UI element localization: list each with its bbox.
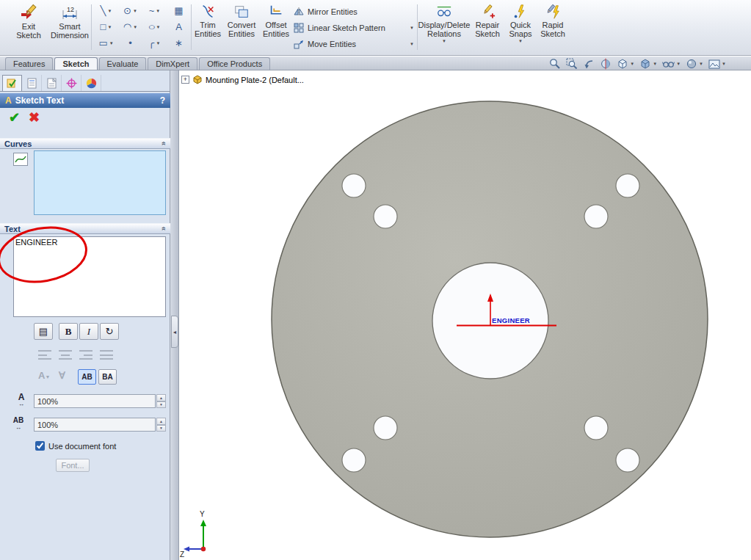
dropdown-icon[interactable]: ▼ <box>156 25 160 30</box>
panel-collapse-button[interactable]: ◄ <box>171 316 178 348</box>
collapse-chevron-icon[interactable]: » <box>160 227 168 231</box>
curves-section-header[interactable]: Curves » <box>0 138 170 149</box>
quick-snaps-button[interactable]: Quick Snaps ▼ <box>507 2 534 46</box>
font-button[interactable]: Font... <box>56 459 90 472</box>
spline-tool-button[interactable]: ~▼ <box>142 3 167 19</box>
mirror-entities-button[interactable]: Mirror Entities <box>292 4 416 20</box>
dropdown-icon[interactable]: ▼ <box>699 62 703 67</box>
curves-selection-listbox[interactable] <box>34 150 166 215</box>
spacing-input[interactable] <box>34 418 156 432</box>
pattern-tool-button[interactable]: ∗ <box>167 35 191 51</box>
flip-horizontal-button[interactable]: ∀ <box>59 370 65 381</box>
dropdown-icon[interactable]: ▼ <box>133 25 137 30</box>
sketch-grid-button[interactable]: ▦ <box>167 3 191 19</box>
collapse-chevron-icon[interactable]: » <box>160 142 168 146</box>
tab-property-manager[interactable] <box>22 75 42 91</box>
linear-sketch-pattern-button[interactable]: Linear Sketch Pattern ▼ <box>292 20 416 36</box>
bolt-hole[interactable] <box>342 174 366 197</box>
italic-button[interactable]: I <box>79 323 98 340</box>
width-factor-input[interactable] <box>34 394 156 408</box>
dropdown-icon[interactable]: ▼ <box>722 62 726 67</box>
spin-up-icon[interactable]: ▲ <box>156 394 166 401</box>
bolt-hole[interactable] <box>342 448 366 472</box>
use-document-font-checkbox[interactable] <box>35 441 45 451</box>
dropdown-icon[interactable]: ▼ <box>133 9 137 14</box>
text-section-header[interactable]: Text » <box>0 223 170 234</box>
bold-button[interactable]: B <box>59 323 78 340</box>
bolt-hole[interactable] <box>584 205 608 228</box>
slot-tool-button[interactable]: ▭▼ <box>94 35 118 51</box>
fillet-tool-button[interactable]: ╭▼ <box>142 35 167 51</box>
align-left-button[interactable] <box>38 350 51 360</box>
align-center-button[interactable] <box>59 350 72 360</box>
dropdown-icon[interactable]: ▼ <box>653 62 657 67</box>
dropdown-icon[interactable]: ▼ <box>107 25 112 30</box>
feature-tree-root[interactable]: + Mounting Plate-2 (Default... <box>181 74 304 85</box>
trim-entities-button[interactable]: Trim Entities <box>193 2 222 40</box>
zoom-to-area-button[interactable] <box>566 58 578 70</box>
tab-office-products[interactable]: Office Products <box>199 57 270 70</box>
help-button[interactable]: ? <box>160 95 165 106</box>
dropdown-icon[interactable]: ▼ <box>676 62 681 67</box>
arc-tool-button[interactable]: ◠▼ <box>118 19 142 35</box>
edit-appearance-button[interactable]: ▼ <box>686 58 703 70</box>
tab-evaluate[interactable]: Evaluate <box>99 57 147 70</box>
display-delete-relations-button[interactable]: Display/Delete Relations ▼ <box>420 2 468 46</box>
flip-vertical-button[interactable]: A▼ <box>38 370 50 381</box>
rectangle-tool-button[interactable]: □▼ <box>94 19 118 35</box>
display-style-button[interactable]: ▼ <box>639 58 657 70</box>
tab-feature-manager[interactable] <box>2 75 22 91</box>
spin-down-icon[interactable]: ▼ <box>156 425 166 432</box>
dropdown-icon[interactable]: ▼ <box>109 41 114 46</box>
tab-configuration-manager[interactable] <box>42 75 62 91</box>
previous-view-button[interactable] <box>583 58 595 70</box>
dropdown-icon[interactable]: ▼ <box>442 39 446 44</box>
apply-scene-button[interactable]: ▼ <box>708 59 726 70</box>
offset-entities-button[interactable]: Offset Entities <box>261 2 291 40</box>
spin-down-icon[interactable]: ▼ <box>156 401 166 409</box>
spin-up-icon[interactable]: ▲ <box>156 418 166 425</box>
dropdown-icon[interactable]: ▼ <box>156 41 160 46</box>
align-justify-button[interactable] <box>100 350 113 360</box>
ok-button[interactable]: ✔ <box>9 109 20 126</box>
style-button[interactable]: ▤ <box>34 323 53 340</box>
exit-sketch-button[interactable]: Exit Sketch <box>9 2 48 41</box>
point-tool-button[interactable]: • <box>118 35 142 51</box>
text-direction-forward-button[interactable]: AB <box>78 369 96 385</box>
rapid-sketch-button[interactable]: Rapid Sketch <box>536 2 570 40</box>
bolt-hole[interactable] <box>374 205 397 228</box>
text-tool-button[interactable]: A <box>167 19 191 35</box>
bolt-hole[interactable] <box>374 416 397 440</box>
tab-features[interactable]: Features <box>5 57 53 70</box>
dropdown-icon[interactable]: ▼ <box>518 39 523 44</box>
hide-show-items-button[interactable]: ▼ <box>662 58 681 70</box>
circle-tool-button[interactable]: ⊙▼ <box>118 3 142 19</box>
dropdown-icon[interactable]: ▼ <box>410 26 414 31</box>
sketch-text-input[interactable]: ENGINEER <box>13 236 166 317</box>
tab-sketch[interactable]: Sketch <box>54 57 97 70</box>
zoom-to-fit-button[interactable] <box>549 58 561 70</box>
tab-dimxpert[interactable]: DimXpert <box>148 57 197 70</box>
repair-sketch-button[interactable]: Repair Sketch <box>471 2 504 40</box>
bolt-hole[interactable] <box>616 448 639 472</box>
text-direction-reverse-button[interactable]: BA <box>98 369 117 385</box>
bolt-hole[interactable] <box>616 174 639 197</box>
ellipse-tool-button[interactable]: ○▼ <box>142 19 167 35</box>
panel-splitter[interactable]: ◄ <box>170 70 179 560</box>
rotate-text-button[interactable]: ↻ <box>100 323 119 340</box>
move-entities-button[interactable]: Move Entities ▼ <box>292 36 416 52</box>
graphics-area[interactable]: + Mounting Plate-2 (Default... <box>179 70 751 560</box>
tab-dimxpert-manager[interactable] <box>62 75 81 91</box>
line-tool-button[interactable]: ╲▼ <box>94 3 118 19</box>
dropdown-icon[interactable]: ▼ <box>107 9 112 14</box>
dropdown-icon[interactable]: ▼ <box>410 42 414 47</box>
tab-display-manager[interactable] <box>81 75 101 91</box>
smart-dimension-button[interactable]: 12 Smart Dimension <box>48 2 91 41</box>
bolt-hole[interactable] <box>584 416 608 440</box>
align-right-button[interactable] <box>79 350 92 360</box>
view-orientation-button[interactable]: ▼ <box>617 58 634 70</box>
convert-entities-button[interactable]: Convert Entities <box>224 2 259 40</box>
expand-icon[interactable]: + <box>181 76 189 84</box>
dropdown-icon[interactable]: ▼ <box>156 9 160 14</box>
dropdown-icon[interactable]: ▼ <box>630 62 634 67</box>
